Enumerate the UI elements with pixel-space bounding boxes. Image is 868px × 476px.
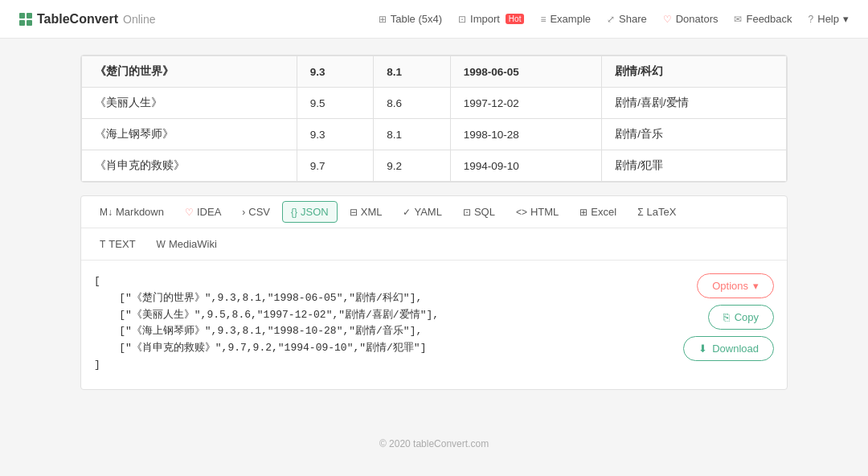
html-tab-icon: <> (516, 207, 527, 218)
nav-example-label: Example (550, 13, 591, 25)
table-row: 《美丽人生》9.58.61997-12-02剧情/喜剧/爱情 (82, 88, 787, 119)
main-content: 《楚门的世界》9.38.11998-06-05剧情/科幻《美丽人生》9.58.6… (64, 55, 804, 390)
table-cell: 9.5 (297, 88, 374, 119)
header: TableConvert Online ⊞ Table (5x4) ⊡ Impo… (0, 0, 868, 39)
csv-tab-icon: › (242, 207, 245, 218)
excel-tab-label: Excel (591, 206, 616, 218)
table-cell: 9.3 (297, 56, 374, 88)
options-button[interactable]: Options ▾ (697, 273, 774, 298)
nav-import-label: Import (470, 13, 500, 25)
html-tab-label: HTML (530, 206, 559, 218)
example-icon: ≡ (540, 14, 546, 25)
table-row: 《肖申克的救赎》9.79.21994-09-10剧情/犯罪 (82, 150, 787, 182)
table-cell: 9.7 (297, 150, 374, 182)
nav-help-label: Help (817, 13, 839, 25)
idea-tab-label: IDEA (197, 206, 221, 218)
table-cell: 9.2 (374, 150, 451, 182)
help-icon: ? (809, 14, 814, 25)
nav-donators-label: Donators (676, 13, 719, 25)
csv-tab-label: CSV (248, 206, 270, 218)
heart-icon: ♡ (663, 14, 672, 25)
mediawiki-tab-label: MediaWiki (169, 238, 217, 250)
table-cell: 《美丽人生》 (82, 88, 297, 119)
idea-tab-icon: ♡ (185, 207, 194, 218)
table-cell: 《肖申克的救赎》 (82, 150, 297, 182)
logo-name: TableConvert (37, 12, 118, 27)
table-cell: 剧情/喜剧/爱情 (602, 88, 787, 119)
download-button[interactable]: ⬇ Download (683, 336, 774, 361)
import-icon: ⊡ (458, 14, 466, 25)
hot-badge: Hot (506, 14, 525, 24)
table-cell: 9.3 (297, 119, 374, 150)
text-tab-label: TEXT (108, 238, 135, 250)
xml-tab-icon: ⊟ (350, 207, 358, 218)
tabs-row-1: M↓Markdown♡IDEA›CSV{}JSON⊟XML✓YAML⊡SQL<>… (81, 196, 787, 228)
table-cell: 《海上钢琴师》 (82, 119, 297, 150)
code-area: [ ["《楚门的世界》",9.3,8.1,"1998-06-05","剧情/科幻… (81, 261, 787, 389)
latex-tab-icon: Σ (637, 207, 643, 218)
table-cell: 1998-10-28 (450, 119, 601, 150)
table-cell: 8.1 (374, 119, 451, 150)
footer-text: © 2020 tableConvert.com (379, 438, 489, 449)
table-cell: 8.1 (374, 56, 451, 88)
copy-button[interactable]: ⎘ Copy (708, 305, 774, 330)
chevron-down-icon: ▾ (843, 13, 849, 25)
table-cell: 1998-06-05 (450, 56, 601, 88)
logo-icon (19, 13, 32, 26)
copy-label: Copy (735, 311, 759, 323)
tab-html[interactable]: <>HTML (507, 201, 567, 223)
nav-feedback[interactable]: ✉ Feedback (734, 13, 792, 25)
sql-tab-label: SQL (474, 206, 495, 218)
nav-share[interactable]: ⤢ Share (607, 13, 647, 25)
yaml-tab-icon: ✓ (403, 207, 411, 218)
logo: TableConvert Online (19, 12, 156, 27)
tab-yaml[interactable]: ✓YAML (394, 201, 450, 223)
share-icon: ⤢ (607, 14, 615, 25)
table-cell: 剧情/犯罪 (602, 150, 787, 182)
tabs-row-2: TTEXTWMediaWiki (81, 228, 787, 261)
excel-tab-icon: ⊞ (579, 207, 588, 218)
tab-sql[interactable]: ⊡SQL (454, 201, 504, 223)
json-tab-icon: {} (291, 207, 297, 218)
json-tab-label: JSON (301, 206, 329, 218)
nav-table-label: Table (5x4) (391, 13, 442, 25)
table-row: 《楚门的世界》9.38.11998-06-05剧情/科幻 (82, 56, 787, 88)
tab-idea[interactable]: ♡IDEA (176, 201, 230, 223)
nav-example[interactable]: ≡ Example (540, 13, 591, 25)
table-cell: 8.6 (374, 88, 451, 119)
nav-table[interactable]: ⊞ Table (5x4) (379, 13, 442, 25)
nav: ⊞ Table (5x4) ⊡ Import Hot ≡ Example ⤢ S… (379, 13, 849, 25)
table-row: 《海上钢琴师》9.38.11998-10-28剧情/音乐 (82, 119, 787, 150)
footer: © 2020 tableConvert.com (0, 422, 868, 466)
tab-latex[interactable]: ΣLaTeX (628, 201, 685, 223)
nav-import[interactable]: ⊡ Import Hot (458, 13, 524, 25)
tab-json[interactable]: {}JSON (282, 201, 338, 223)
nav-share-label: Share (619, 13, 647, 25)
table-cell: 剧情/科幻 (602, 56, 787, 88)
logo-suffix: Online (123, 13, 155, 26)
yaml-tab-label: YAML (414, 206, 441, 218)
code-output: [ ["《楚门的世界》",9.3,8.1,"1998-06-05","剧情/科幻… (94, 273, 600, 376)
nav-donators[interactable]: ♡ Donators (663, 13, 719, 25)
nav-help[interactable]: ? Help ▾ (809, 13, 849, 25)
options-label: Options (712, 280, 748, 292)
sql-tab-icon: ⊡ (463, 207, 471, 218)
nav-feedback-label: Feedback (746, 13, 792, 25)
feedback-icon: ✉ (734, 14, 742, 25)
copy-icon: ⎘ (723, 311, 730, 323)
table-cell: 1994-09-10 (450, 150, 601, 182)
options-chevron-icon: ▾ (753, 280, 759, 292)
table-icon: ⊞ (379, 14, 387, 25)
table-cell: 《楚门的世界》 (82, 56, 297, 88)
table-cell: 1997-12-02 (450, 88, 601, 119)
mediawiki-tab-icon: W (157, 239, 166, 250)
latex-tab-label: LaTeX (647, 206, 677, 218)
tab-csv[interactable]: ›CSV (233, 201, 279, 223)
data-table: 《楚门的世界》9.38.11998-06-05剧情/科幻《美丽人生》9.58.6… (81, 55, 787, 182)
tab-text[interactable]: TTEXT (91, 233, 145, 255)
tab-mediawiki[interactable]: WMediaWiki (148, 233, 226, 255)
tab-excel[interactable]: ⊞Excel (571, 201, 625, 223)
tab-markdown[interactable]: M↓Markdown (91, 201, 173, 223)
format-tabs-panel: M↓Markdown♡IDEA›CSV{}JSON⊟XML✓YAML⊡SQL<>… (80, 195, 788, 390)
tab-xml[interactable]: ⊟XML (341, 201, 391, 223)
